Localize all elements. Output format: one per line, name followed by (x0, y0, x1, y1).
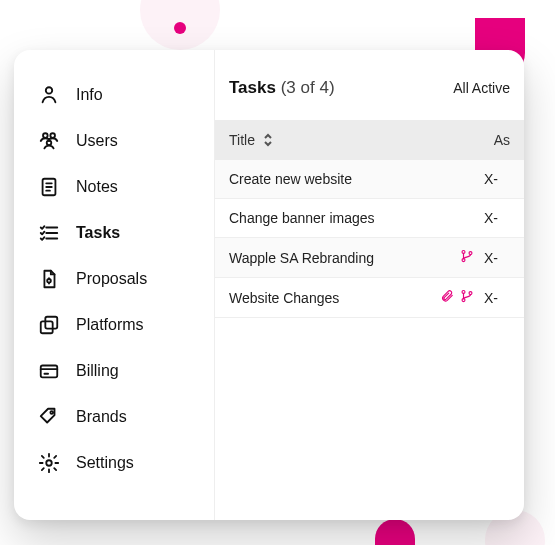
svg-point-0 (46, 87, 52, 93)
sidebar-item-label: Users (76, 132, 118, 150)
title-count: (3 of 4) (281, 78, 335, 97)
sidebar-item-billing[interactable]: Billing (14, 348, 214, 394)
page-title: Tasks (3 of 4) (229, 78, 335, 98)
svg-rect-14 (41, 366, 58, 378)
filter-dropdown[interactable]: All Active (453, 80, 510, 96)
app-card: Info Users Notes Tasks Proposals (14, 50, 524, 520)
attachment-icon (440, 289, 454, 306)
column-assignee[interactable]: As (484, 132, 510, 148)
row-assignee: X- (484, 290, 510, 306)
column-title-label: Title (229, 132, 255, 148)
row-title: Change banner images (229, 210, 474, 226)
sidebar-item-settings[interactable]: Settings (14, 440, 214, 486)
table-row[interactable]: Wapple SA RebrandingX- (215, 238, 524, 278)
row-title: Create new website (229, 171, 474, 187)
svg-point-2 (50, 133, 55, 138)
sidebar-item-label: Billing (76, 362, 119, 380)
sidebar-item-notes[interactable]: Notes (14, 164, 214, 210)
platforms-icon (38, 314, 60, 336)
sidebar-item-label: Platforms (76, 316, 144, 334)
user-icon (38, 84, 60, 106)
sidebar-item-users[interactable]: Users (14, 118, 214, 164)
sidebar-item-platforms[interactable]: Platforms (14, 302, 214, 348)
svg-point-18 (46, 460, 52, 466)
settings-icon (38, 452, 60, 474)
sidebar-item-label: Brands (76, 408, 127, 426)
sidebar-item-tasks[interactable]: Tasks (14, 210, 214, 256)
sidebar-item-label: Proposals (76, 270, 147, 288)
sidebar-item-label: Tasks (76, 224, 120, 242)
decorative-dot (174, 22, 186, 34)
svg-point-1 (43, 133, 48, 138)
brands-icon (38, 406, 60, 428)
branch-icon (460, 249, 474, 266)
branch-icon (460, 289, 474, 306)
tasks-table: Title As Create new websiteX-Change bann… (215, 120, 524, 318)
sort-icon (263, 133, 273, 147)
sidebar-item-brands[interactable]: Brands (14, 394, 214, 440)
row-title: Website Changes (229, 290, 440, 306)
notes-icon (38, 176, 60, 198)
main-panel: Tasks (3 of 4) All Active Title As Creat… (215, 50, 524, 520)
main-header: Tasks (3 of 4) All Active (215, 78, 524, 120)
svg-rect-12 (45, 317, 57, 329)
sidebar-item-label: Info (76, 86, 103, 104)
table-row[interactable]: Change banner imagesX- (215, 199, 524, 238)
svg-point-17 (50, 411, 53, 414)
row-icons (460, 249, 474, 266)
decorative-shape (375, 519, 415, 545)
table-row[interactable]: Create new websiteX- (215, 160, 524, 199)
row-assignee: X- (484, 171, 510, 187)
sidebar: Info Users Notes Tasks Proposals (14, 50, 214, 520)
title-text: Tasks (229, 78, 276, 97)
sidebar-item-proposals[interactable]: Proposals (14, 256, 214, 302)
column-title[interactable]: Title (229, 132, 484, 148)
sidebar-item-label: Settings (76, 454, 134, 472)
table-row[interactable]: Website ChangesX- (215, 278, 524, 318)
row-title: Wapple SA Rebranding (229, 250, 460, 266)
sidebar-item-info[interactable]: Info (14, 72, 214, 118)
billing-icon (38, 360, 60, 382)
sidebar-item-label: Notes (76, 178, 118, 196)
users-icon (38, 130, 60, 152)
proposals-icon (38, 268, 60, 290)
svg-rect-13 (41, 321, 53, 333)
table-header: Title As (215, 120, 524, 160)
row-icons (440, 289, 474, 306)
row-assignee: X- (484, 250, 510, 266)
row-assignee: X- (484, 210, 510, 226)
tasks-icon (38, 222, 60, 244)
